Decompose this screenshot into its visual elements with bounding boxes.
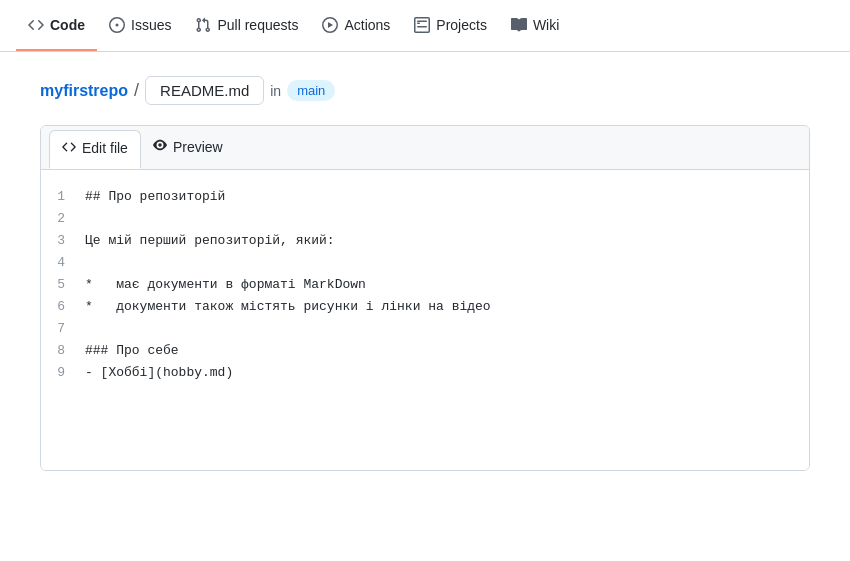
nav-item-actions[interactable]: Actions: [310, 0, 402, 51]
line-number-7: 7: [41, 318, 81, 340]
line-number-8: 8: [41, 340, 81, 362]
issues-icon: [109, 17, 125, 33]
breadcrumb-file[interactable]: README.md: [145, 76, 264, 105]
tab-preview-label: Preview: [173, 139, 223, 155]
nav-item-code[interactable]: Code: [16, 0, 97, 51]
breadcrumb-repo[interactable]: myfirstrepo: [40, 82, 128, 100]
nav-item-issues[interactable]: Issues: [97, 0, 183, 51]
editor-tabs: Edit file Preview: [41, 126, 809, 170]
line-content-6: * документи також містять рисунки і лінк…: [81, 296, 491, 318]
nav-item-wiki[interactable]: Wiki: [499, 0, 571, 51]
line-content-9: - [Хоббі](hobby.md): [81, 362, 233, 384]
line-number-2: 2: [41, 208, 81, 230]
nav-label-code: Code: [50, 17, 85, 33]
wiki-icon: [511, 17, 527, 33]
edit-file-icon: [62, 140, 76, 157]
nav-item-pullrequests[interactable]: Pull requests: [183, 0, 310, 51]
code-line-2: 2: [41, 208, 809, 230]
tab-edit-file[interactable]: Edit file: [49, 130, 141, 169]
main-content: myfirstrepo / README.md in main Edit fil…: [0, 52, 850, 495]
editor-body[interactable]: 1 ## Про репозиторій 2 3 Це мій перший р…: [41, 170, 809, 470]
line-content-8: ### Про себе: [81, 340, 179, 362]
top-nav: Code Issues Pull requests Actions: [0, 0, 850, 52]
line-number-4: 4: [41, 252, 81, 274]
actions-icon: [322, 17, 338, 33]
pr-icon: [195, 17, 211, 33]
breadcrumb-in-label: in: [270, 83, 281, 99]
breadcrumb-separator: /: [134, 80, 139, 101]
nav-item-projects[interactable]: Projects: [402, 0, 499, 51]
tab-edit-file-label: Edit file: [82, 140, 128, 156]
line-number-5: 5: [41, 274, 81, 296]
line-number-1: 1: [41, 186, 81, 208]
nav-label-actions: Actions: [344, 17, 390, 33]
line-content-3: Це мій перший репозиторій, який:: [81, 230, 335, 252]
line-number-6: 6: [41, 296, 81, 318]
tab-preview[interactable]: Preview: [141, 126, 235, 169]
code-line-5: 5 * має документи в форматі MarkDown: [41, 274, 809, 296]
line-content-5: * має документи в форматі MarkDown: [81, 274, 366, 296]
nav-label-wiki: Wiki: [533, 17, 559, 33]
code-line-6: 6 * документи також містять рисунки і лі…: [41, 296, 809, 318]
preview-icon: [153, 138, 167, 155]
nav-label-pullrequests: Pull requests: [217, 17, 298, 33]
nav-label-issues: Issues: [131, 17, 171, 33]
code-line-3: 3 Це мій перший репозиторій, який:: [41, 230, 809, 252]
projects-icon: [414, 17, 430, 33]
code-line-1: 1 ## Про репозиторій: [41, 186, 809, 208]
code-line-7: 7: [41, 318, 809, 340]
line-content-1: ## Про репозиторій: [81, 186, 225, 208]
code-line-8: 8 ### Про себе: [41, 340, 809, 362]
breadcrumb: myfirstrepo / README.md in main: [40, 76, 810, 105]
line-number-9: 9: [41, 362, 81, 384]
code-line-4: 4: [41, 252, 809, 274]
editor-panel: Edit file Preview 1 ## Про репозиторій 2: [40, 125, 810, 471]
code-line-9: 9 - [Хоббі](hobby.md): [41, 362, 809, 384]
code-icon: [28, 17, 44, 33]
branch-badge[interactable]: main: [287, 80, 335, 101]
nav-label-projects: Projects: [436, 17, 487, 33]
line-number-3: 3: [41, 230, 81, 252]
